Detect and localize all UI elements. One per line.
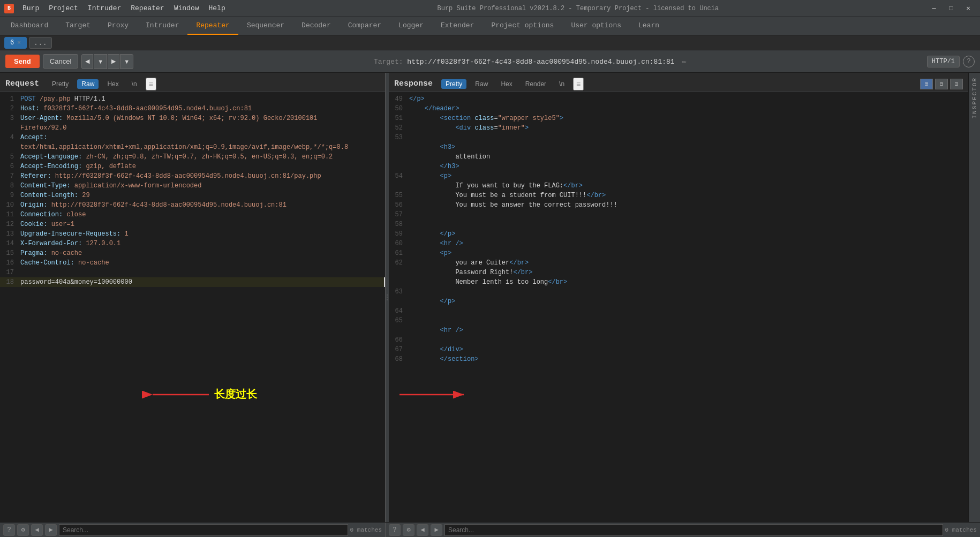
response-bottom-bar: ? ⚙ ◀ ▶ 0 matches [386, 523, 980, 537]
resp-line-54b: If you want to buy the FLAG:</br> [389, 181, 968, 191]
resp-line-58: 58 [389, 220, 968, 229]
req-line-11: 11 Connection: close [0, 210, 385, 220]
resp-line-65: 65 [389, 316, 968, 326]
resp-format-raw[interactable]: Raw [471, 79, 492, 89]
tab-proxy[interactable]: Proxy [99, 17, 137, 35]
tab-learn[interactable]: Learn [630, 17, 668, 35]
resp-settings-icon[interactable]: ⚙ [403, 524, 414, 536]
tab-user-options[interactable]: User options [562, 17, 630, 35]
sub-tabs: 6 × ... [0, 35, 980, 50]
resp-line-51: 51 <section class="wrapper style5"> [389, 114, 968, 123]
menu-help[interactable]: Help [204, 3, 229, 13]
tab-target[interactable]: Target [57, 17, 99, 35]
resp-line-56: 56 You must be answer the correct passwo… [389, 200, 968, 210]
req-line-3: 3 User-Agent: Mozilla/5.0 (Windows NT 10… [0, 114, 385, 123]
req-settings-icon[interactable]: ⚙ [17, 524, 29, 536]
tab-decoder[interactable]: Decoder [293, 17, 340, 35]
request-title: Request [5, 79, 39, 88]
resp-line-49: 49 </p> [389, 94, 968, 104]
resp-line-52: 52 <div class="inner"> [389, 123, 968, 133]
req-format-pretty[interactable]: Pretty [48, 79, 73, 89]
menu-repeater[interactable]: Repeater [126, 3, 168, 13]
req-line-5: 5 Accept-Language: zh-CN, zh;q=0.8, zh-T… [0, 152, 385, 162]
resp-help-icon[interactable]: ? [389, 524, 401, 536]
response-view-buttons: ⊞ ⊟ ⊡ [920, 79, 963, 89]
request-search-input[interactable] [59, 524, 348, 536]
help-icon[interactable]: ? [963, 56, 975, 67]
edit-icon[interactable]: ✏ [682, 57, 686, 66]
request-code-area[interactable]: 1 POST /pay.php HTTP/1.1 2 Host: f0328f3… [0, 92, 385, 522]
tab-project-options[interactable]: Project options [483, 17, 562, 35]
sub-tab-6[interactable]: 6 × [4, 37, 27, 49]
req-line-18: 18 password=404a&money=100000000 [0, 277, 385, 287]
app-title: Burp Suite Professional v2021.8.2 - Temp… [230, 5, 926, 12]
request-panel: Request Pretty Raw Hex \n ≡ 1 POST /pay.… [0, 73, 386, 522]
view-split-h-btn[interactable]: ⊞ [920, 79, 933, 89]
resp-line-63: 63 [389, 287, 968, 297]
menu-project[interactable]: Project [44, 3, 82, 13]
resp-menu-btn[interactable]: ≡ [573, 78, 584, 90]
menu-bar: Burp Project Intruder Repeater Window He… [18, 3, 230, 13]
app-icon: B [4, 4, 14, 13]
target-url: http://f0328f3f-662f-4c43-8dd8-aac000954… [407, 58, 662, 66]
send-button[interactable]: Send [5, 55, 40, 68]
menu-burp[interactable]: Burp [18, 3, 43, 13]
resp-format-pretty[interactable]: Pretty [441, 79, 466, 89]
response-panel-body: 49 </p> 50 </header> 51 <section class="… [389, 92, 968, 522]
resp-line-53d: </h3> [389, 162, 968, 171]
req-line-7: 7 Referer: http://f0328f3f-662f-4c43-8dd… [0, 171, 385, 181]
close-button[interactable]: ✕ [961, 3, 976, 14]
view-split-v-btn[interactable]: ⊟ [935, 79, 948, 89]
tab-sequencer[interactable]: Sequencer [238, 17, 293, 35]
response-title: Response [394, 79, 433, 88]
req-format-raw[interactable]: Raw [77, 79, 99, 89]
menu-window[interactable]: Window [170, 3, 203, 13]
req-line-15: 15 Pragma: no-cache [0, 248, 385, 258]
req-line-9: 9 Content-Length: 29 [0, 191, 385, 200]
tab-dashboard[interactable]: Dashboard [2, 17, 57, 35]
tab-logger[interactable]: Logger [390, 17, 432, 35]
inspector-sidebar[interactable]: INSPECTOR [968, 73, 980, 522]
resp-line-66: 66 [389, 335, 968, 345]
sub-tab-close[interactable]: × [17, 40, 21, 46]
target-display: Target: http://f0328f3f-662f-4c43-8dd8-a… [137, 57, 924, 66]
nav-button-group: ◀ ▼ ▶ ▼ [81, 54, 133, 69]
minimize-button[interactable]: ─ [926, 3, 941, 14]
resp-format-newline[interactable]: \n [555, 79, 569, 89]
request-panel-body: 1 POST /pay.php HTTP/1.1 2 Host: f0328f3… [0, 92, 385, 522]
req-next-match-btn[interactable]: ▶ [45, 524, 57, 536]
next-drop-button[interactable]: ▼ [120, 54, 133, 69]
resp-line-68: 68 </section> [389, 354, 968, 364]
maximize-button[interactable]: □ [944, 3, 959, 14]
tab-intruder[interactable]: Intruder [137, 17, 187, 35]
req-menu-btn[interactable]: ≡ [146, 78, 156, 90]
req-prev-match-btn[interactable]: ◀ [31, 524, 43, 536]
resp-format-hex[interactable]: Hex [496, 79, 516, 89]
resp-prev-match-btn[interactable]: ◀ [417, 524, 428, 536]
tab-extender[interactable]: Extender [432, 17, 483, 35]
sub-tab-more[interactable]: ... [29, 37, 52, 49]
req-line-14: 14 X-Forwarded-For: 127.0.0.1 [0, 239, 385, 248]
req-format-newline[interactable]: \n [127, 79, 141, 89]
tab-comparer[interactable]: Comparer [340, 17, 390, 35]
req-format-hex[interactable]: Hex [103, 79, 123, 89]
req-line-2: 2 Host: f0328f3f-662f-4c43-8dd8-aac00095… [0, 104, 385, 114]
response-code-area[interactable]: 49 </p> 50 </header> 51 <section class="… [389, 92, 968, 522]
resp-next-match-btn[interactable]: ▶ [431, 524, 442, 536]
req-line-4: 4 Accept: [0, 133, 385, 142]
menu-intruder[interactable]: Intruder [84, 3, 125, 13]
prev-button[interactable]: ◀ [81, 54, 93, 69]
resp-line-65b: <hr /> [389, 326, 968, 335]
resp-line-54: 54 <p> [389, 171, 968, 181]
response-search-input[interactable] [444, 524, 943, 536]
resp-line-62: 62 you are Cuiter</br> [389, 258, 968, 268]
tab-repeater[interactable]: Repeater [187, 17, 238, 35]
resp-format-render[interactable]: Render [521, 79, 551, 89]
http-version-badge[interactable]: HTTP/1 [927, 56, 960, 67]
cancel-button[interactable]: Cancel [43, 54, 78, 69]
next-button[interactable]: ▶ [108, 54, 119, 69]
target-label: Target: [374, 58, 403, 66]
view-single-btn[interactable]: ⊡ [950, 79, 963, 89]
prev-drop-button[interactable]: ▼ [94, 54, 107, 69]
req-help-icon[interactable]: ? [3, 524, 15, 536]
